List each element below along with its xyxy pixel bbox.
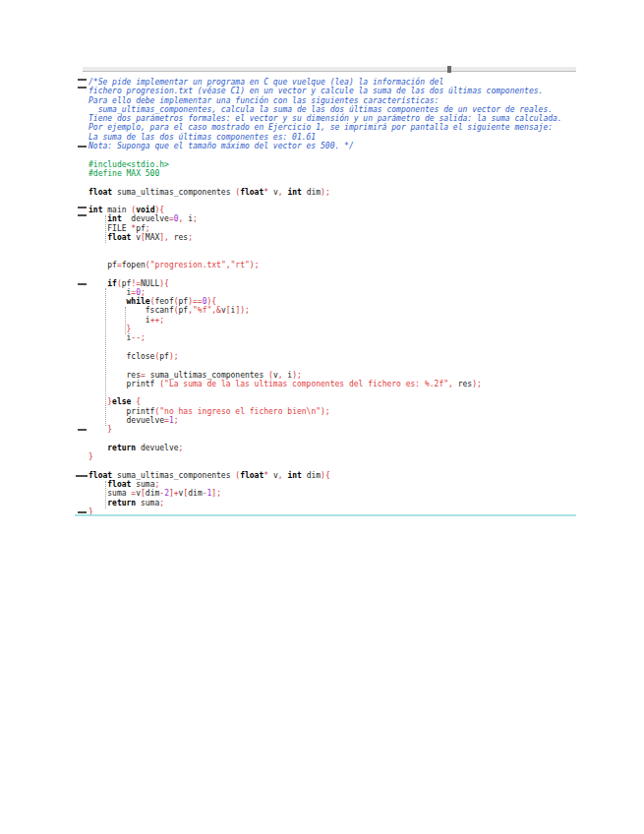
code-token: ){ bbox=[206, 297, 216, 306]
code-line: } bbox=[88, 425, 580, 434]
code-token: suma_ultimas_componentes bbox=[112, 471, 235, 480]
code-token: NULL bbox=[141, 279, 159, 288]
fold-marker-icon[interactable] bbox=[76, 475, 88, 477]
code-token: ; bbox=[174, 416, 179, 425]
code-line: res= suma_ultimas_componentes (v, i); bbox=[88, 371, 580, 380]
code-line bbox=[88, 343, 580, 352]
code-line bbox=[88, 361, 580, 370]
code-token: fichero progresion.txt (véase C1) en un … bbox=[88, 87, 543, 95]
code-token: #include<stdio.h> bbox=[88, 160, 169, 169]
code-token: float bbox=[107, 480, 131, 489]
code-token: "%f" bbox=[193, 306, 211, 315]
scrollbar-thumb-icon[interactable] bbox=[447, 66, 451, 73]
code-token: { bbox=[136, 397, 141, 406]
code-token: dim bbox=[146, 489, 159, 498]
code-token: res bbox=[169, 233, 188, 242]
code-token bbox=[88, 444, 107, 452]
code-token: Para ello debe implementar una función c… bbox=[88, 96, 439, 105]
code-token: } bbox=[127, 325, 132, 333]
code-token: i bbox=[183, 214, 193, 223]
code-token: Tiene dos parámetros formales: el vector… bbox=[88, 114, 562, 123]
code-line: Para ello debe implementar una función c… bbox=[88, 96, 580, 105]
code-line: if(pf!=NULL){ bbox=[88, 279, 580, 288]
code-line: FILE *pf; bbox=[88, 224, 580, 233]
code-token: int bbox=[287, 471, 301, 480]
fold-marker-icon[interactable] bbox=[78, 79, 87, 89]
code-token: devuelve bbox=[88, 416, 164, 425]
code-line: La suma de las dos últimas componentes e… bbox=[88, 133, 580, 142]
code-line: fichero progresion.txt (véase C1) en un … bbox=[88, 87, 580, 95]
code-token: res bbox=[88, 371, 141, 380]
code-line: /*Se pide implementar un programa en C q… bbox=[88, 78, 580, 87]
code-line bbox=[88, 252, 580, 261]
code-token: fclose bbox=[88, 352, 154, 361]
code-token: suma_ultimas_componentes bbox=[112, 188, 235, 197]
code-line bbox=[88, 242, 580, 251]
bottom-highlight-line bbox=[75, 514, 576, 516]
code-line: } bbox=[88, 325, 580, 333]
code-line: #define MAX 500 bbox=[88, 169, 580, 178]
code-token: i bbox=[88, 333, 131, 342]
code-line bbox=[88, 435, 580, 444]
code-token: Nota: Suponga que el tamaño máximo del v… bbox=[88, 142, 354, 150]
fold-marker-icon[interactable] bbox=[78, 429, 87, 431]
top-scrollbar[interactable] bbox=[83, 67, 576, 72]
code-token: "progresion.txt" bbox=[150, 261, 226, 269]
code-token: --; bbox=[131, 333, 145, 342]
code-line: Nota: Suponga que el tamaño máximo del v… bbox=[88, 142, 580, 150]
code-line: fclose(pf); bbox=[88, 352, 580, 361]
code-token: FILE bbox=[88, 224, 131, 233]
fold-marker-icon[interactable] bbox=[78, 146, 87, 148]
code-token: ); bbox=[321, 407, 330, 416]
code-token: ; bbox=[159, 499, 164, 507]
code-token: float bbox=[88, 188, 112, 197]
code-token: } bbox=[107, 425, 112, 434]
code-token: void bbox=[136, 206, 154, 214]
code-token: ){ bbox=[154, 206, 164, 214]
code-token: ], bbox=[159, 233, 169, 242]
code-token: feof bbox=[154, 297, 173, 306]
code-token: i bbox=[88, 316, 150, 325]
code-token: ++; bbox=[150, 316, 164, 325]
code-editor[interactable]: /*Se pide implementar un programa en C q… bbox=[88, 78, 580, 516]
code-token: ,& bbox=[211, 306, 221, 315]
code-token: dim bbox=[302, 471, 321, 480]
code-token: MAX bbox=[146, 233, 159, 242]
code-line: i++; bbox=[88, 316, 580, 325]
code-token: suma bbox=[136, 499, 159, 507]
code-line: }else { bbox=[88, 397, 580, 406]
code-token: devuelve bbox=[122, 214, 169, 223]
code-token: return bbox=[107, 444, 136, 452]
code-token: pf bbox=[136, 224, 146, 233]
code-line bbox=[88, 461, 580, 470]
code-token: suma_ultimas_componentes bbox=[146, 371, 268, 380]
fold-marker-icon[interactable] bbox=[78, 511, 87, 513]
code-token: else bbox=[112, 397, 131, 406]
code-token: main bbox=[102, 206, 131, 214]
code-token: fscanf bbox=[88, 306, 174, 315]
code-token: Por ejemplo, para el caso mostrado en Ej… bbox=[88, 123, 553, 132]
code-token: printf bbox=[88, 380, 159, 388]
code-line: float suma_ultimas_componentes (float* v… bbox=[88, 188, 580, 197]
code-token: pf bbox=[179, 297, 189, 306]
fold-marker-icon[interactable] bbox=[78, 283, 87, 285]
code-token: } bbox=[88, 452, 93, 461]
code-token: /*Se pide implementar un programa en C q… bbox=[88, 78, 443, 87]
code-token: return bbox=[107, 499, 136, 507]
code-token: fopen bbox=[122, 261, 146, 269]
code-token: pf bbox=[88, 261, 117, 269]
code-token: int bbox=[107, 214, 121, 223]
fold-marker-icon[interactable] bbox=[78, 207, 87, 216]
code-token: ; bbox=[179, 444, 184, 452]
indent-guide bbox=[125, 307, 126, 334]
code-line: Por ejemplo, para el caso mostrado en Ej… bbox=[88, 123, 580, 132]
indent-guide bbox=[105, 481, 106, 508]
code-token: float bbox=[107, 233, 131, 242]
indent-guide bbox=[105, 215, 106, 243]
code-token: ; bbox=[193, 214, 198, 223]
code-token: ]); bbox=[235, 306, 249, 315]
code-line: float suma_ultimas_componentes (float* v… bbox=[88, 471, 580, 480]
code-token: float bbox=[240, 471, 263, 480]
code-token: v bbox=[131, 233, 141, 242]
code-token bbox=[88, 279, 107, 288]
